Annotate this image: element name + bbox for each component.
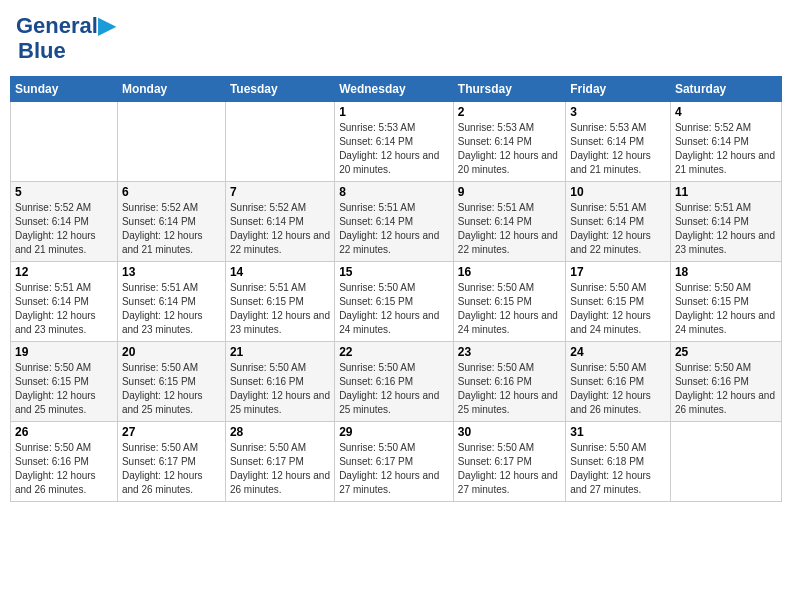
day-number: 7 bbox=[230, 185, 330, 199]
calendar-cell: 2Sunrise: 5:53 AMSunset: 6:14 PMDaylight… bbox=[453, 102, 565, 182]
day-number: 26 bbox=[15, 425, 113, 439]
calendar-cell: 13Sunrise: 5:51 AMSunset: 6:14 PMDayligh… bbox=[117, 262, 225, 342]
week-row-1: 5Sunrise: 5:52 AMSunset: 6:14 PMDaylight… bbox=[11, 182, 782, 262]
day-number: 20 bbox=[122, 345, 221, 359]
header-day-thursday: Thursday bbox=[453, 77, 565, 102]
day-number: 30 bbox=[458, 425, 561, 439]
header-row: SundayMondayTuesdayWednesdayThursdayFrid… bbox=[11, 77, 782, 102]
calendar-cell: 20Sunrise: 5:50 AMSunset: 6:15 PMDayligh… bbox=[117, 342, 225, 422]
calendar-cell bbox=[117, 102, 225, 182]
day-number: 19 bbox=[15, 345, 113, 359]
day-info: Sunrise: 5:50 AMSunset: 6:16 PMDaylight:… bbox=[339, 361, 449, 417]
day-info: Sunrise: 5:50 AMSunset: 6:16 PMDaylight:… bbox=[458, 361, 561, 417]
calendar-cell: 26Sunrise: 5:50 AMSunset: 6:16 PMDayligh… bbox=[11, 422, 118, 502]
day-info: Sunrise: 5:50 AMSunset: 6:15 PMDaylight:… bbox=[339, 281, 449, 337]
calendar-cell: 23Sunrise: 5:50 AMSunset: 6:16 PMDayligh… bbox=[453, 342, 565, 422]
week-row-0: 1Sunrise: 5:53 AMSunset: 6:14 PMDaylight… bbox=[11, 102, 782, 182]
day-info: Sunrise: 5:50 AMSunset: 6:17 PMDaylight:… bbox=[230, 441, 330, 497]
day-info: Sunrise: 5:53 AMSunset: 6:14 PMDaylight:… bbox=[458, 121, 561, 177]
calendar-cell: 1Sunrise: 5:53 AMSunset: 6:14 PMDaylight… bbox=[335, 102, 454, 182]
calendar-cell: 30Sunrise: 5:50 AMSunset: 6:17 PMDayligh… bbox=[453, 422, 565, 502]
day-number: 22 bbox=[339, 345, 449, 359]
day-info: Sunrise: 5:51 AMSunset: 6:14 PMDaylight:… bbox=[122, 281, 221, 337]
calendar-cell: 8Sunrise: 5:51 AMSunset: 6:14 PMDaylight… bbox=[335, 182, 454, 262]
calendar-cell: 17Sunrise: 5:50 AMSunset: 6:15 PMDayligh… bbox=[566, 262, 671, 342]
calendar-cell: 4Sunrise: 5:52 AMSunset: 6:14 PMDaylight… bbox=[670, 102, 781, 182]
day-number: 27 bbox=[122, 425, 221, 439]
day-number: 16 bbox=[458, 265, 561, 279]
day-number: 8 bbox=[339, 185, 449, 199]
day-info: Sunrise: 5:50 AMSunset: 6:18 PMDaylight:… bbox=[570, 441, 666, 497]
day-info: Sunrise: 5:51 AMSunset: 6:14 PMDaylight:… bbox=[458, 201, 561, 257]
calendar-cell: 22Sunrise: 5:50 AMSunset: 6:16 PMDayligh… bbox=[335, 342, 454, 422]
day-number: 1 bbox=[339, 105, 449, 119]
week-row-4: 26Sunrise: 5:50 AMSunset: 6:16 PMDayligh… bbox=[11, 422, 782, 502]
day-number: 4 bbox=[675, 105, 777, 119]
calendar-cell: 5Sunrise: 5:52 AMSunset: 6:14 PMDaylight… bbox=[11, 182, 118, 262]
day-info: Sunrise: 5:52 AMSunset: 6:14 PMDaylight:… bbox=[230, 201, 330, 257]
day-info: Sunrise: 5:50 AMSunset: 6:15 PMDaylight:… bbox=[15, 361, 113, 417]
header-day-friday: Friday bbox=[566, 77, 671, 102]
day-number: 12 bbox=[15, 265, 113, 279]
calendar-cell: 12Sunrise: 5:51 AMSunset: 6:14 PMDayligh… bbox=[11, 262, 118, 342]
day-number: 31 bbox=[570, 425, 666, 439]
logo-text: General▶ bbox=[16, 14, 115, 38]
day-info: Sunrise: 5:51 AMSunset: 6:14 PMDaylight:… bbox=[339, 201, 449, 257]
day-number: 3 bbox=[570, 105, 666, 119]
calendar-cell: 21Sunrise: 5:50 AMSunset: 6:16 PMDayligh… bbox=[225, 342, 334, 422]
day-number: 29 bbox=[339, 425, 449, 439]
day-info: Sunrise: 5:50 AMSunset: 6:15 PMDaylight:… bbox=[458, 281, 561, 337]
day-number: 14 bbox=[230, 265, 330, 279]
header-day-monday: Monday bbox=[117, 77, 225, 102]
header-day-sunday: Sunday bbox=[11, 77, 118, 102]
day-number: 2 bbox=[458, 105, 561, 119]
day-number: 9 bbox=[458, 185, 561, 199]
day-info: Sunrise: 5:50 AMSunset: 6:16 PMDaylight:… bbox=[15, 441, 113, 497]
day-info: Sunrise: 5:50 AMSunset: 6:16 PMDaylight:… bbox=[570, 361, 666, 417]
logo-line2: Blue bbox=[18, 38, 115, 64]
calendar-cell: 15Sunrise: 5:50 AMSunset: 6:15 PMDayligh… bbox=[335, 262, 454, 342]
calendar-cell bbox=[670, 422, 781, 502]
calendar-cell: 27Sunrise: 5:50 AMSunset: 6:17 PMDayligh… bbox=[117, 422, 225, 502]
day-number: 17 bbox=[570, 265, 666, 279]
day-number: 13 bbox=[122, 265, 221, 279]
calendar-cell: 16Sunrise: 5:50 AMSunset: 6:15 PMDayligh… bbox=[453, 262, 565, 342]
day-info: Sunrise: 5:53 AMSunset: 6:14 PMDaylight:… bbox=[570, 121, 666, 177]
day-info: Sunrise: 5:51 AMSunset: 6:14 PMDaylight:… bbox=[15, 281, 113, 337]
day-info: Sunrise: 5:53 AMSunset: 6:14 PMDaylight:… bbox=[339, 121, 449, 177]
page-header: General▶ Blue bbox=[10, 10, 782, 68]
calendar-cell: 18Sunrise: 5:50 AMSunset: 6:15 PMDayligh… bbox=[670, 262, 781, 342]
calendar-cell: 29Sunrise: 5:50 AMSunset: 6:17 PMDayligh… bbox=[335, 422, 454, 502]
day-info: Sunrise: 5:50 AMSunset: 6:15 PMDaylight:… bbox=[570, 281, 666, 337]
day-number: 15 bbox=[339, 265, 449, 279]
day-number: 11 bbox=[675, 185, 777, 199]
calendar-cell: 19Sunrise: 5:50 AMSunset: 6:15 PMDayligh… bbox=[11, 342, 118, 422]
day-info: Sunrise: 5:50 AMSunset: 6:17 PMDaylight:… bbox=[339, 441, 449, 497]
calendar-cell bbox=[11, 102, 118, 182]
calendar-cell: 31Sunrise: 5:50 AMSunset: 6:18 PMDayligh… bbox=[566, 422, 671, 502]
day-number: 28 bbox=[230, 425, 330, 439]
day-number: 10 bbox=[570, 185, 666, 199]
day-info: Sunrise: 5:52 AMSunset: 6:14 PMDaylight:… bbox=[122, 201, 221, 257]
day-info: Sunrise: 5:52 AMSunset: 6:14 PMDaylight:… bbox=[15, 201, 113, 257]
day-info: Sunrise: 5:51 AMSunset: 6:14 PMDaylight:… bbox=[675, 201, 777, 257]
day-number: 25 bbox=[675, 345, 777, 359]
day-info: Sunrise: 5:50 AMSunset: 6:15 PMDaylight:… bbox=[122, 361, 221, 417]
calendar-cell: 25Sunrise: 5:50 AMSunset: 6:16 PMDayligh… bbox=[670, 342, 781, 422]
calendar-cell: 9Sunrise: 5:51 AMSunset: 6:14 PMDaylight… bbox=[453, 182, 565, 262]
calendar-cell: 7Sunrise: 5:52 AMSunset: 6:14 PMDaylight… bbox=[225, 182, 334, 262]
day-info: Sunrise: 5:50 AMSunset: 6:16 PMDaylight:… bbox=[230, 361, 330, 417]
calendar-table: SundayMondayTuesdayWednesdayThursdayFrid… bbox=[10, 76, 782, 502]
day-number: 24 bbox=[570, 345, 666, 359]
day-info: Sunrise: 5:50 AMSunset: 6:15 PMDaylight:… bbox=[675, 281, 777, 337]
day-info: Sunrise: 5:52 AMSunset: 6:14 PMDaylight:… bbox=[675, 121, 777, 177]
calendar-cell: 14Sunrise: 5:51 AMSunset: 6:15 PMDayligh… bbox=[225, 262, 334, 342]
day-number: 5 bbox=[15, 185, 113, 199]
day-info: Sunrise: 5:51 AMSunset: 6:15 PMDaylight:… bbox=[230, 281, 330, 337]
calendar-cell: 10Sunrise: 5:51 AMSunset: 6:14 PMDayligh… bbox=[566, 182, 671, 262]
week-row-3: 19Sunrise: 5:50 AMSunset: 6:15 PMDayligh… bbox=[11, 342, 782, 422]
day-info: Sunrise: 5:50 AMSunset: 6:16 PMDaylight:… bbox=[675, 361, 777, 417]
header-day-tuesday: Tuesday bbox=[225, 77, 334, 102]
day-number: 23 bbox=[458, 345, 561, 359]
day-number: 6 bbox=[122, 185, 221, 199]
